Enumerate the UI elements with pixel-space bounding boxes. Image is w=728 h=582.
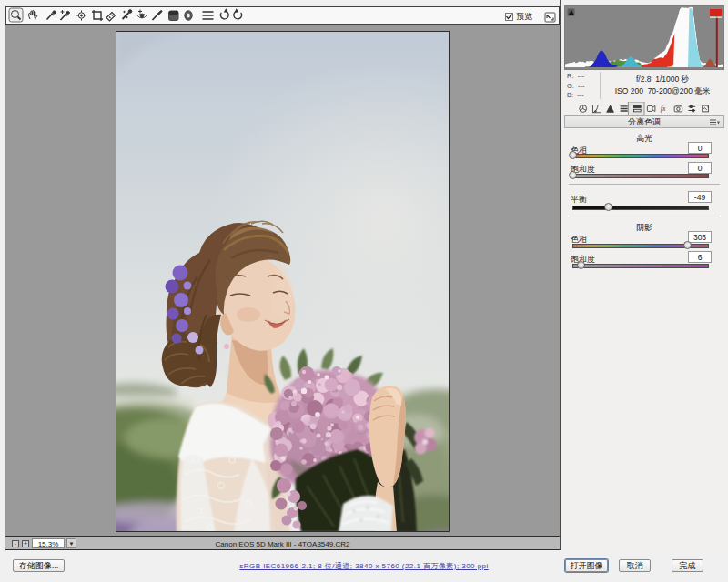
svg-text:fx: fx [661, 105, 666, 113]
